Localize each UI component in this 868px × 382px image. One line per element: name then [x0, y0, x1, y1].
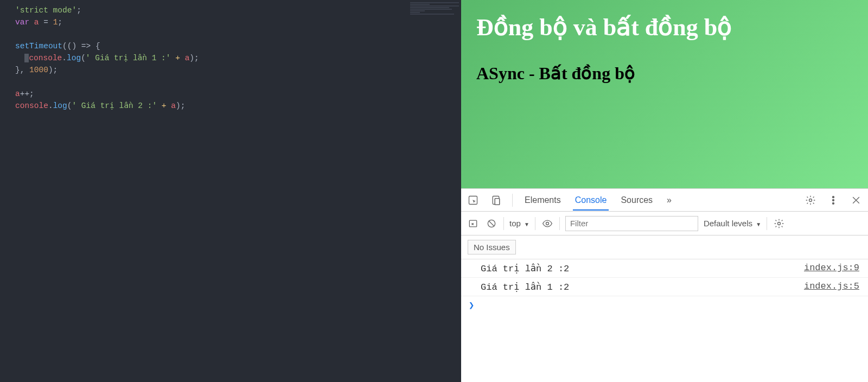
page-preview: Đồng bộ và bất đồng bộ ASync - Bất đồng … [461, 0, 868, 188]
svg-point-11 [778, 222, 781, 225]
code-token: }, [15, 66, 29, 74]
console-source-link[interactable]: index.js:5 [804, 281, 859, 292]
more-tabs-button[interactable]: » [665, 190, 674, 210]
code-token: console [15, 101, 48, 110]
code-token: ' Giá trị lần 1 :' [86, 54, 171, 62]
code-editor[interactable]: 'strict mode'; var a = 1; setTimeout(() … [0, 0, 461, 382]
code-token: (() => { [62, 42, 100, 50]
inspect-element-icon[interactable] [467, 194, 480, 207]
code-token: a [171, 101, 176, 110]
page-title: Đồng bộ và bất đồng bộ [476, 13, 853, 41]
kebab-menu-icon[interactable] [827, 194, 840, 207]
separator [535, 217, 535, 230]
gear-icon[interactable] [773, 217, 786, 230]
tab-sources[interactable]: Sources [618, 190, 655, 210]
code-token: . [48, 101, 53, 110]
context-selector[interactable]: top ▼ [509, 219, 529, 228]
separator [559, 217, 560, 230]
console-source-link[interactable]: index.js:9 [804, 263, 859, 274]
svg-point-10 [546, 222, 548, 225]
browser-panel: Đồng bộ và bất đồng bộ ASync - Bất đồng … [461, 0, 868, 382]
eye-icon[interactable] [541, 217, 554, 230]
close-icon[interactable] [850, 194, 863, 207]
svg-rect-2 [495, 198, 499, 205]
code-token: 1000 [29, 66, 48, 74]
tab-elements[interactable]: Elements [522, 190, 563, 210]
code-token: console [29, 54, 62, 62]
code-token: a [15, 90, 20, 98]
code-token: ++; [20, 90, 34, 98]
svg-point-6 [833, 199, 834, 201]
separator [767, 217, 767, 230]
page-subtitle: ASync - Bất đồng bộ [476, 63, 853, 84]
console-row: Giá trị lần 1 :2 index.js:5 [461, 278, 868, 296]
console-toolbar: top ▼ Default levels ▼ [461, 212, 868, 235]
svg-point-4 [809, 199, 812, 201]
code-token: = [43, 18, 48, 27]
separator [512, 194, 513, 207]
svg-point-7 [833, 202, 834, 204]
code-token: log [53, 101, 67, 110]
code-token: ( [81, 54, 86, 62]
code-token: var [15, 18, 29, 27]
show-console-sidebar-icon[interactable] [467, 217, 480, 230]
filter-input[interactable] [565, 216, 698, 231]
code-token: 'strict mode' [15, 6, 76, 15]
console-message: Giá trị lần 2 :2 [481, 263, 569, 274]
console-message: Giá trị lần 1 :2 [481, 281, 569, 292]
code-token: ; [76, 6, 81, 15]
minimap[interactable] [410, 2, 459, 15]
tab-console[interactable]: Console [573, 190, 609, 211]
code-token: + [171, 54, 185, 62]
log-levels-selector[interactable]: Default levels ▼ [704, 219, 761, 228]
code-token: ); [176, 101, 185, 110]
code-token: a [34, 18, 39, 27]
code-token: ; [58, 18, 62, 27]
code-token: . [62, 54, 67, 62]
console-output: Giá trị lần 2 :2 index.js:9 Giá trị lần … [461, 259, 868, 314]
separator [503, 217, 504, 230]
devtools-tabbar: Elements Console Sources » [461, 189, 868, 212]
console-row: Giá trị lần 2 :2 index.js:9 [461, 259, 868, 278]
code-token: setTimeout [15, 42, 62, 50]
code-token: + [157, 101, 171, 110]
issues-bar: No Issues [461, 235, 868, 259]
code-token: ); [189, 54, 199, 62]
code-token: log [67, 54, 81, 62]
no-issues-badge[interactable]: No Issues [468, 240, 516, 254]
code-token: ' Giá trị lần 2 :' [72, 101, 157, 110]
device-toggle-icon[interactable] [489, 194, 502, 207]
code-block[interactable]: 'strict mode'; var a = 1; setTimeout(() … [0, 0, 461, 116]
gear-icon[interactable] [804, 194, 817, 207]
code-token: ); [48, 66, 58, 74]
svg-point-5 [833, 196, 834, 198]
console-prompt[interactable]: ❯ [461, 296, 868, 314]
devtools: Elements Console Sources » top ▼ Default… [461, 188, 868, 382]
clear-console-icon[interactable] [485, 217, 498, 230]
